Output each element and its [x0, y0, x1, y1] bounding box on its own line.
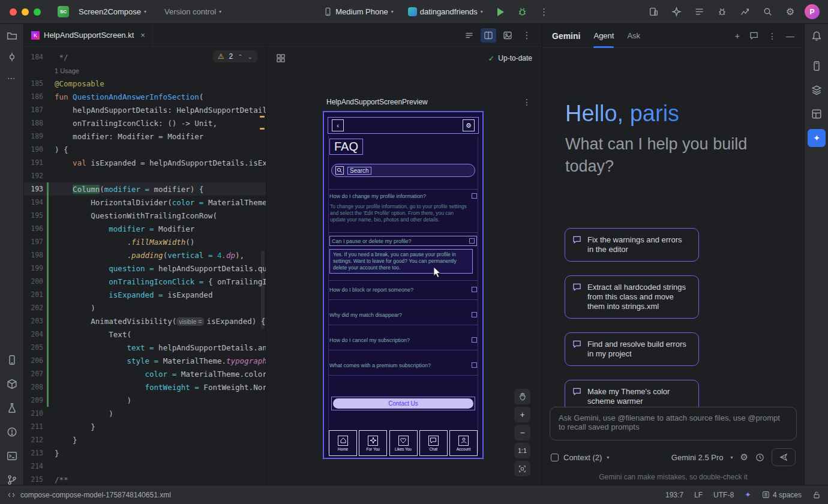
code-line[interactable]: 191 val isExpanded = helpAndSupportDetai… [24, 156, 266, 169]
code-line[interactable]: 207 color = MaterialTheme.colorScheme.on… [24, 367, 266, 380]
zoom-level-button[interactable]: 1:1 [514, 443, 530, 458]
faq-question-row[interactable]: How do I change my profile information? [329, 191, 477, 200]
gemini-prompt-input[interactable] [557, 412, 789, 435]
search-everywhere-button[interactable] [759, 4, 776, 20]
profiler-button[interactable] [736, 4, 753, 20]
gemini-settings-button[interactable]: ⚙ [740, 452, 748, 463]
code-line[interactable]: 211 } [24, 420, 266, 433]
code-line[interactable]: 212 } [24, 433, 266, 446]
gemini-prompt-box[interactable] [550, 407, 797, 440]
zoom-to-fit-button[interactable] [514, 461, 530, 476]
code-line[interactable]: 193 Column(modifier = modifier) { [24, 182, 266, 196]
send-prompt-button[interactable] [772, 448, 796, 466]
editor-mode-code-button[interactable] [461, 28, 477, 43]
next-warning-button[interactable]: ⌄ [248, 53, 253, 60]
code-line[interactable]: 196 modifier = Modifier [24, 222, 266, 235]
faq-question-row[interactable]: How do I block or report someone? [329, 285, 477, 294]
device-explorer-tool-button[interactable] [808, 54, 826, 78]
device-selector[interactable]: Medium Phone ▾ [319, 5, 398, 19]
layout-inspector-tool-button[interactable] [808, 102, 826, 126]
code-line[interactable]: 186fun QuestionAndAnswerInfoSection( [24, 90, 266, 103]
more-tools-button[interactable]: ⋯ [3, 69, 21, 87]
grid-layout-icon[interactable] [276, 53, 286, 63]
code-line[interactable]: 197 .fillMaxWidth() [24, 235, 266, 248]
device-manager-button[interactable] [645, 4, 662, 20]
version-control-menu[interactable]: Version control ▾ [160, 5, 226, 19]
expand-icon[interactable] [472, 362, 477, 368]
hide-panel-button[interactable]: — [786, 31, 794, 41]
close-tab-icon[interactable]: × [140, 31, 145, 40]
expand-icon[interactable] [472, 337, 477, 343]
build-tool-button[interactable] [3, 372, 21, 396]
faq-question-row[interactable]: What comes with a premium subscription? [329, 361, 477, 370]
ai-assistant-button[interactable] [668, 4, 685, 20]
resource-manager-tool-button[interactable] [808, 78, 826, 102]
code-line[interactable]: 188 onTrailingIconClick: () -> Unit, [24, 116, 266, 130]
expand-icon[interactable] [469, 238, 475, 244]
code-line[interactable]: 189 modifier: Modifier = Modifier [24, 130, 266, 143]
editor-tab-active[interactable]: K HelpAndSupportScreen.kt × [24, 24, 153, 47]
code-line[interactable]: 204 Text( [24, 328, 266, 341]
context-selector[interactable]: Context (2) [563, 453, 602, 462]
suggestion-card[interactable]: Find and resolve build errors in my proj… [565, 332, 699, 366]
expand-icon[interactable] [472, 312, 477, 317]
suggestion-card[interactable]: Fix the warnings and errors in the edito… [565, 228, 699, 262]
project-menu[interactable]: Screen2Compose ▾ [74, 5, 151, 19]
inspections-widget[interactable]: ⚠ 2 ⌃ ⌄ [213, 50, 257, 62]
code-line[interactable]: 192 [24, 169, 266, 182]
code-usage-hint-line[interactable]: 1 Usage [24, 64, 266, 77]
faq-question-row[interactable]: Why did my match disappear? [329, 310, 477, 319]
suggestion-card[interactable]: Extract all hardcoded strings from this … [565, 275, 699, 319]
warning-stripe-mark[interactable] [260, 128, 265, 130]
settings-button[interactable]: ⚙ [782, 4, 799, 20]
commit-tool-button[interactable] [3, 48, 21, 66]
run-more-actions-button[interactable]: ⋮ [536, 4, 553, 20]
nav-item-account[interactable]: Account [449, 430, 478, 456]
faq-question-row[interactable]: How do I cancel my subscription? [329, 335, 477, 344]
gemini-tool-button[interactable]: ✦ [808, 126, 826, 150]
history-clock-icon[interactable] [755, 453, 764, 462]
code-line[interactable]: 208 fontWeight = FontWeight.Normal [24, 380, 266, 394]
app-inspection-tool-button[interactable] [3, 396, 21, 420]
editor-mode-design-button[interactable] [500, 28, 515, 43]
code-line[interactable]: 187 helpAndSupportDetails: HelpAndSuppor… [24, 103, 266, 116]
user-avatar[interactable]: P [805, 4, 820, 19]
back-button[interactable]: ‹ [332, 119, 344, 131]
status-file-path[interactable]: compose-compose-model-1758748140651.xml [20, 491, 171, 499]
code-line[interactable]: 213} [24, 446, 266, 460]
code-line[interactable]: 195 QuestionWithTrailingIconRow( [24, 209, 266, 222]
expand-icon[interactable] [472, 287, 477, 292]
bug-report-button[interactable] [713, 4, 730, 20]
settings-button-preview[interactable]: ⚙ [463, 119, 475, 131]
zoom-window-button[interactable] [34, 8, 41, 16]
write-lock-icon[interactable] [812, 491, 821, 499]
editor-mode-split-button[interactable] [481, 28, 496, 43]
code-line[interactable]: 194 HorizontalDivider(color = MaterialTh… [24, 196, 266, 209]
faq-question-row[interactable]: Can I pause or delete my profile? [329, 236, 477, 246]
close-window-button[interactable] [10, 8, 17, 16]
caret-position[interactable]: 193:7 [665, 491, 683, 499]
contact-us-button[interactable]: Contact Us [331, 397, 475, 410]
task-list-button[interactable] [691, 4, 707, 20]
tab-options-button[interactable]: ⋮ [519, 28, 535, 43]
run-button[interactable] [493, 4, 509, 20]
gemini-options-button[interactable]: ⋮ [768, 31, 776, 41]
indent-setting[interactable]: 4 spaces [762, 491, 802, 499]
nav-item-likes-you[interactable]: Likes You [389, 430, 418, 456]
code-line[interactable]: 205 text = helpAndSupportDetails.answer, [24, 341, 266, 354]
zoom-in-button[interactable]: + [514, 407, 530, 422]
ai-status-icon[interactable]: ✦ [745, 490, 751, 499]
file-encoding[interactable]: UTF-8 [713, 491, 734, 499]
code-line[interactable]: 206 style = MaterialTheme.typography.bod… [24, 354, 266, 367]
tab-ask[interactable]: Ask [627, 24, 640, 48]
model-selector[interactable]: Gemini 2.5 Pro [671, 453, 724, 462]
code-line[interactable]: 215/** [24, 473, 266, 485]
previous-warning-button[interactable]: ⌃ [238, 53, 242, 60]
zoom-out-button[interactable]: − [514, 425, 530, 440]
run-configuration-selector[interactable]: datingandfriends ▾ [403, 5, 488, 19]
minimize-window-button[interactable] [22, 8, 29, 16]
line-separator[interactable]: LF [694, 491, 703, 499]
code-line[interactable]: 199 question = helpAndSupportDetails.que… [24, 262, 266, 275]
code-line[interactable]: 214 [24, 460, 266, 473]
expand-icon[interactable] [472, 193, 477, 199]
